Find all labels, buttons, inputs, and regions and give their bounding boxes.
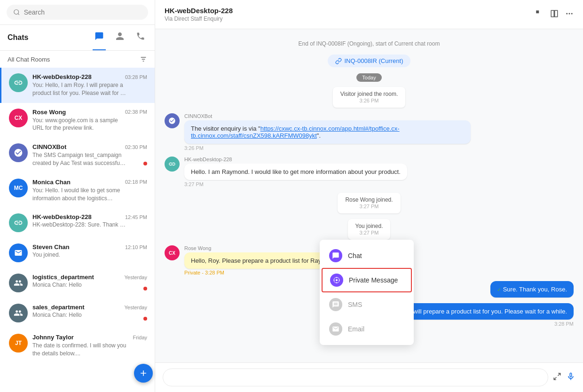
filter-icon[interactable] [140, 55, 147, 63]
chat-time: 12:10 PM [125, 244, 147, 250]
system-msg-you-joined: You joined.3:27 PM [348, 219, 391, 240]
expand-btn[interactable] [553, 372, 561, 383]
chat-info: CINNOXBot 02:30 PM The SMS Campaign test… [32, 143, 147, 167]
all-chat-rooms-label: All Chat Rooms [8, 56, 50, 63]
chat-preview: Monica Chan: Hello [32, 312, 126, 318]
svg-point-0 [14, 9, 19, 14]
chat-preview: You: Hello, I am Roy. I will prepare a p… [32, 81, 126, 97]
msg-time: 3:26 PM [184, 145, 471, 151]
svg-rect-6 [551, 10, 554, 17]
chat-preview: The date is confirmed. I will show you t… [32, 342, 126, 358]
unread-dot [143, 317, 147, 321]
chat-name: Rose Wong [32, 109, 66, 116]
search-icon [13, 8, 20, 16]
chat-name: Johnny Taylor [32, 334, 74, 341]
msg-avatar [165, 157, 180, 172]
popup-item-private-message[interactable]: Private Message [322, 268, 412, 292]
chat-name: HK-webDesktop-228 [32, 213, 92, 220]
chat-preview: The SMS Campaign test_campaign created b… [32, 151, 126, 167]
minimize-btn[interactable] [535, 9, 544, 20]
msg-sender: CINNOXBot [184, 113, 471, 119]
unread-dot [143, 162, 147, 165]
avatar: CX [9, 109, 28, 127]
chat-item[interactable]: JT Johnny Taylor Friday The date is conf… [0, 328, 155, 363]
chat-info: HK-webDesktop-228 03:28 PM You: Hello, I… [32, 73, 147, 97]
today-badge: Today [165, 73, 574, 81]
unread-dot [143, 287, 147, 290]
current-chat-link[interactable]: INQ-0008IR (Current) [328, 55, 411, 67]
header-actions [535, 9, 574, 20]
msg-sender: HK-webDesktop-228 [184, 157, 407, 162]
sidebar: Chats All Chat Rooms HK-webDeskto [0, 0, 155, 392]
tab-contacts[interactable] [113, 25, 126, 50]
chat-info: Steven Chan 12:10 PM You joined. [32, 243, 147, 258]
chat-popup-label: Chat [348, 252, 362, 259]
private-message-popup-label: Private Message [349, 276, 398, 284]
msg-content: CINNOXBot The visitor enquiry is via "ht… [184, 113, 471, 151]
tabs-row: Chats [0, 25, 155, 51]
popup-item-sms[interactable]: SMS [320, 292, 414, 317]
chat-info: HK-webDesktop-228 12:45 PM HK-webDesktop… [32, 213, 147, 228]
message-input[interactable] [163, 368, 548, 386]
tab-chats[interactable] [93, 25, 106, 50]
msg-content: ✓Sure. Thank you, Rose. [490, 281, 574, 298]
avatar [9, 243, 28, 262]
popup-item-chat[interactable]: Chat [320, 243, 414, 268]
avatar: JT [9, 334, 28, 353]
svg-line-12 [554, 377, 556, 380]
chat-item[interactable]: MC Monica Chan 02:18 PM You: Hello. I wo… [0, 173, 155, 208]
check-mark: ✓ [497, 287, 501, 292]
tab-icons [93, 25, 147, 50]
new-chat-fab[interactable] [134, 364, 153, 383]
sms-popup-label: SMS [348, 301, 362, 308]
svg-point-18 [339, 280, 339, 281]
msg-avatar: CX [165, 245, 180, 260]
chat-info: logistics_department Yesterday Monica Ch… [32, 274, 147, 288]
svg-point-8 [566, 13, 567, 14]
avatar [9, 213, 28, 232]
chat-info: Johnny Taylor Friday The date is confirm… [32, 334, 147, 358]
search-input[interactable] [24, 8, 142, 16]
chat-preview: You: www.google.com is a sample URL for … [32, 117, 126, 133]
svg-rect-5 [536, 10, 539, 13]
msg-bubble: ✓Sure. Thank you, Rose. [490, 281, 574, 298]
chat-header: HK-webDesktop-228 Via Direct Staff Enqui… [155, 0, 583, 29]
more-options-btn[interactable] [565, 9, 574, 20]
chat-name: Steven Chan [32, 243, 70, 251]
svg-point-9 [569, 13, 570, 14]
chat-time: 02:38 PM [125, 109, 147, 115]
system-msg-visitor-joined: Visitor joined the room.3:26 PM [333, 87, 406, 108]
chat-name: sales_department [32, 304, 85, 311]
popup-item-email[interactable]: Email [320, 317, 414, 341]
avatar [9, 73, 28, 92]
chat-time: Friday [133, 335, 147, 340]
avatar: MC [9, 179, 28, 197]
sms-popup-icon [329, 298, 342, 311]
avatar [9, 274, 28, 292]
mic-btn[interactable] [566, 372, 575, 383]
msg-link[interactable]: https://cxwc.cx-tb.cinnox.com/app.html#/… [191, 125, 400, 139]
chat-item[interactable]: CINNOXBot 02:30 PM The SMS Campaign test… [0, 138, 155, 173]
chat-info: sales_department Yesterday Monica Chan: … [32, 304, 147, 318]
chat-item[interactable]: Steven Chan 12:10 PM You joined. [0, 238, 155, 268]
svg-point-17 [334, 280, 335, 281]
chat-preview: Monica Chan: Hello [32, 282, 126, 288]
chat-item[interactable]: logistics_department Yesterday Monica Ch… [0, 268, 155, 298]
chat-preview: You joined. [32, 251, 126, 258]
chat-item[interactable]: CX Rose Wong 02:38 PM You: www.google.co… [0, 103, 155, 138]
svg-rect-7 [555, 10, 558, 17]
chat-info: Monica Chan 02:18 PM You: Hello. I would… [32, 179, 147, 203]
chat-preview: You: Hello. I would like to get some inf… [32, 187, 126, 203]
chat-item[interactable]: HK-webDesktop-228 12:45 PM HK-webDesktop… [0, 208, 155, 238]
avatar [9, 304, 28, 322]
message-row: CINNOXBot The visitor enquiry is via "ht… [165, 113, 574, 151]
system-msg-rose-joined: Rose Wong joined.3:27 PM [338, 193, 400, 213]
current-chat-link-row: INQ-0008IR (Current) [165, 55, 574, 67]
split-btn[interactable] [550, 9, 559, 20]
tab-calls[interactable] [134, 25, 147, 50]
message-row: HK-webDesktop-228 Hello. I am Raymond. I… [165, 157, 574, 187]
chat-time: 03:28 PM [125, 74, 147, 80]
svg-point-14 [336, 279, 338, 281]
chat-item[interactable]: HK-webDesktop-228 03:28 PM You: Hello, I… [0, 68, 155, 103]
chat-item[interactable]: sales_department Yesterday Monica Chan: … [0, 298, 155, 328]
